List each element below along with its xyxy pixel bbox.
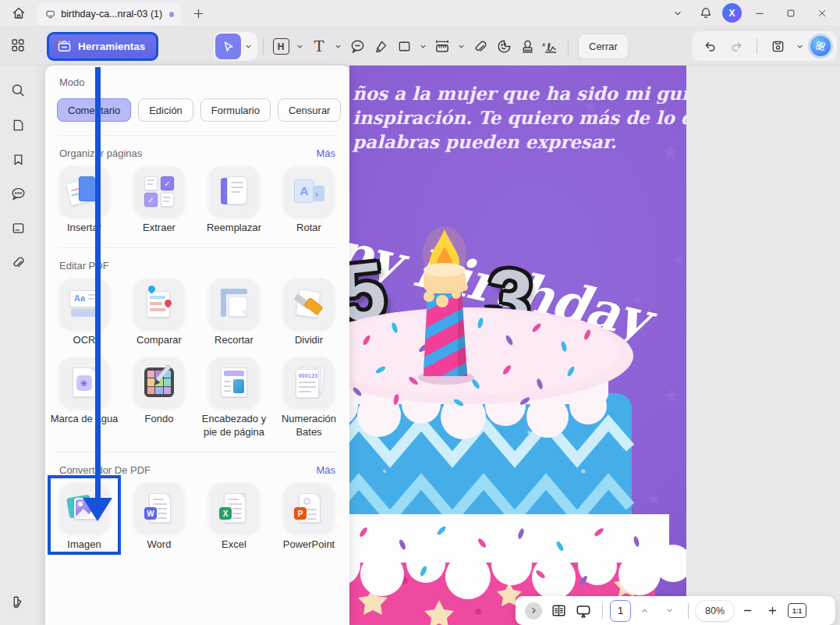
redo-button[interactable] (725, 33, 748, 59)
next-page-button[interactable] (657, 599, 681, 623)
summary-panel-button[interactable] (0, 211, 36, 245)
organize-tools-grid: Insertar ✓ ✓ Extraer Reemplazar A (47, 166, 349, 234)
select-tool-dropdown[interactable] (244, 42, 253, 51)
herramientas-button[interactable]: Herramientas (47, 32, 158, 61)
shape-tool-button[interactable] (392, 34, 416, 60)
highlight-tool-button[interactable] (369, 34, 392, 60)
chevron-down-icon (665, 605, 675, 616)
presentation-mode-button[interactable] (572, 599, 595, 623)
maximize-button[interactable] (778, 2, 804, 24)
apps-grid-button[interactable] (6, 34, 30, 57)
chevron-down-icon (419, 42, 427, 51)
mode-censurar[interactable]: Censurar (278, 98, 341, 122)
tool-reemplazar[interactable]: Reemplazar (197, 166, 271, 234)
measure-tool-button[interactable] (431, 34, 454, 60)
heading-tool-button[interactable]: H (269, 34, 292, 60)
attachments-panel-button[interactable] (0, 245, 36, 279)
bates-icon: 000123 (292, 366, 325, 399)
two-page-view-icon (551, 602, 567, 619)
tool-comparar[interactable]: Comparar (122, 279, 197, 346)
sticker-tool-button[interactable] (492, 34, 516, 60)
mode-comentario[interactable]: Comentario (57, 98, 131, 122)
swatch-icon (10, 594, 27, 610)
file-actions-group (692, 31, 837, 61)
home-button[interactable] (7, 2, 30, 24)
tool-label: Extraer (143, 221, 175, 234)
window-menu-button[interactable] (666, 3, 689, 23)
mode-row: Comentario Edición Formulario Censurar (57, 98, 349, 122)
page-number-input[interactable]: 1 (610, 600, 631, 622)
measure-dropdown[interactable] (457, 42, 466, 51)
rotar-icon: A › (292, 175, 325, 208)
search-panel-button[interactable] (0, 73, 36, 108)
tool-recortar[interactable]: Recortar (197, 279, 271, 346)
tool-label: Recortar (214, 333, 253, 346)
tools-panel: Modo Comentario Edición Formulario Censu… (45, 66, 349, 625)
pdf-page[interactable]: ★ ★ ★ ★ ★ ★ ★ ños a la mujer que ha sido… (349, 66, 686, 625)
previous-page-button[interactable] (633, 599, 656, 623)
mode-edicion[interactable]: Edición (138, 98, 193, 122)
theme-swatch-button[interactable] (0, 584, 36, 619)
tool-insertar[interactable]: Insertar (47, 166, 122, 234)
bookmarks-panel-button[interactable] (0, 142, 36, 176)
cerrar-button[interactable]: Cerrar (579, 34, 628, 59)
signature-icon (541, 38, 561, 55)
thumbnails-panel-button[interactable] (0, 108, 36, 142)
attachment-tool-button[interactable] (469, 34, 492, 60)
chevron-down-icon (457, 42, 466, 51)
shape-dropdown[interactable] (419, 42, 427, 51)
powerpoint-icon: P (292, 492, 325, 524)
actual-size-button[interactable]: 1:1 (785, 599, 809, 623)
tool-word[interactable]: W Word (122, 483, 197, 551)
organize-section-header: Organizar páginas Más (59, 147, 335, 159)
tool-dividir[interactable]: Dividir (271, 279, 346, 346)
comments-panel-button[interactable] (0, 176, 36, 211)
save-dropdown[interactable] (796, 42, 804, 51)
presenter-pointer-icon (575, 602, 592, 620)
expand-bar-button[interactable] (522, 599, 545, 623)
fondo-icon (143, 366, 175, 399)
save-button[interactable] (766, 33, 789, 59)
select-tool-button[interactable] (215, 34, 241, 59)
divider (263, 39, 264, 55)
tool-encabezado[interactable]: Encabezado y pie de página (197, 357, 271, 439)
tool-label: Comparar (136, 333, 182, 346)
tool-extraer[interactable]: ✓ ✓ Extraer (122, 166, 197, 234)
save-icon (771, 39, 785, 54)
tool-marca-de-agua[interactable]: ❀ Marca de agua (47, 357, 122, 439)
tool-powerpoint[interactable]: P PowerPoint (271, 483, 346, 551)
extraer-icon: ✓ ✓ (143, 175, 175, 208)
tool-fondo[interactable]: Fondo (122, 357, 197, 439)
tool-ocr[interactable]: Aa OCR (47, 279, 122, 346)
avatar[interactable]: X (722, 3, 742, 23)
tool-rotar[interactable]: A › Rotar (271, 166, 346, 234)
zoom-out-button[interactable] (735, 599, 759, 623)
comparar-icon (143, 287, 175, 320)
minimize-button[interactable] (746, 2, 773, 24)
mode-formulario[interactable]: Formulario (200, 98, 271, 122)
tool-label: Marca de agua (51, 412, 119, 425)
tool-label: Word (147, 538, 172, 551)
text-dropdown[interactable] (334, 42, 342, 51)
stamp-tool-button[interactable] (516, 34, 539, 60)
comment-tool-button[interactable] (346, 34, 369, 60)
notifications-button[interactable] (694, 3, 718, 23)
new-tab-button[interactable] (190, 5, 207, 22)
undo-button[interactable] (698, 33, 721, 59)
zoom-level[interactable]: 80% (696, 601, 734, 621)
signature-tool-button[interactable] (539, 34, 562, 60)
close-button[interactable] (809, 2, 835, 24)
bookmark-icon (11, 152, 26, 167)
divider (688, 603, 689, 619)
reading-view-button[interactable] (547, 599, 570, 623)
tool-excel[interactable]: X Excel (197, 483, 271, 551)
organize-more-link[interactable]: Más (316, 147, 335, 159)
zoom-in-button[interactable] (760, 599, 784, 623)
document-tab[interactable]: birthday-ca...nral-03 (1) (37, 2, 182, 26)
heading-dropdown[interactable] (296, 42, 304, 51)
edit-section-title: Editar PDF (59, 260, 109, 272)
tool-bates[interactable]: 000123 Numeración Bates (271, 357, 346, 439)
convert-more-link[interactable]: Más (316, 464, 335, 476)
text-tool-button[interactable]: T (307, 34, 331, 60)
ai-assistant-button[interactable] (810, 36, 831, 56)
